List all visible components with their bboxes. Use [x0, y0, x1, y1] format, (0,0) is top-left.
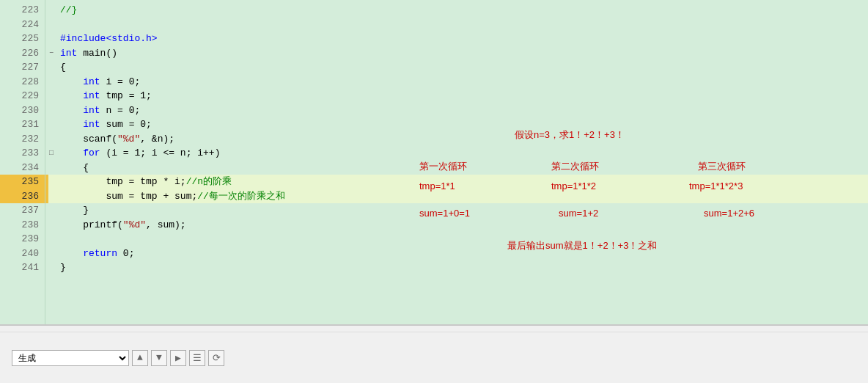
line-num-229: 229	[0, 89, 45, 103]
fold-button[interactable]: □	[49, 146, 54, 161]
code-text: //}	[57, 3, 868, 18]
line-num-227: 227	[0, 60, 45, 75]
line-num-240: 240	[0, 247, 45, 261]
code-text: tmp = tmp * i;//n的阶乘	[57, 175, 868, 189]
code-token: i = 0;	[106, 76, 140, 87]
code-line-223: //}	[45, 3, 868, 18]
line-num-241: 241	[0, 260, 45, 275]
code-token: int	[60, 76, 106, 87]
code-line-235: tmp = tmp * i;//n的阶乘	[45, 175, 868, 189]
line-num-228: 228	[0, 75, 45, 90]
code-text: int tmp = 1;	[57, 89, 868, 103]
code-token: }	[60, 262, 66, 273]
code-text: {	[57, 161, 868, 175]
code-text: scanf("%d", &n);	[57, 132, 868, 147]
line-numbers: 2232242252262272282292302312322332342352…	[0, 0, 45, 324]
code-text: }	[57, 260, 868, 275]
code-text: int sum = 0;	[57, 117, 868, 132]
toolbar-btn-3[interactable]: ▶	[170, 350, 186, 366]
code-line-230: int n = 0;	[45, 103, 868, 118]
line-num-234: 234	[0, 161, 45, 175]
line-num-233: 233	[0, 146, 45, 161]
code-token: {	[60, 62, 66, 73]
bottom-toolbar: 生成 ▲ ▼ ▶ ☰ ⟳	[0, 332, 868, 383]
line-num-225: 225	[0, 32, 45, 46]
code-line-240: return 0;	[45, 247, 868, 261]
line-marker	[45, 189, 48, 204]
line-marker	[45, 175, 48, 189]
code-token: , &n);	[140, 134, 174, 145]
line-num-230: 230	[0, 103, 45, 118]
code-text: int i = 0;	[57, 75, 868, 90]
line-num-238: 238	[0, 218, 45, 233]
code-text: }	[57, 203, 868, 218]
code-editor: 2232242252262272282292302312322332342352…	[0, 0, 868, 324]
code-token: for	[60, 147, 106, 158]
code-text: sum = tmp + sum;//每一次的阶乘之和	[57, 189, 868, 204]
code-token: //n的阶乘	[186, 176, 232, 187]
code-token: //每一次的阶乘之和	[197, 191, 285, 202]
code-token: (i = 1; i <= n; i++)	[106, 147, 220, 158]
toolbar-btn-2[interactable]: ▼	[151, 350, 167, 366]
line-num-231: 231	[0, 117, 45, 132]
code-text: for (i = 1; i <= n; i++)	[57, 146, 868, 161]
line-num-239: 239	[0, 232, 45, 247]
toolbar-btn-5[interactable]: ⟳	[208, 350, 224, 366]
toolbar-btn-4[interactable]: ☰	[189, 350, 205, 366]
code-line-232: scanf("%d", &n);	[45, 132, 868, 147]
bottom-panel: 生成 ▲ ▼ ▶ ☰ ⟳	[0, 324, 868, 383]
code-token: int	[60, 90, 106, 101]
code-token: sum = tmp + sum;	[60, 191, 197, 202]
line-num-226: 226	[0, 46, 45, 61]
code-line-229: int tmp = 1;	[45, 89, 868, 103]
line-num-223: 223	[0, 3, 45, 18]
code-token: n = 0;	[106, 105, 140, 116]
code-token: tmp = 1;	[106, 90, 151, 101]
code-text: #include<stdio.h>	[57, 32, 868, 46]
code-line-239	[45, 232, 868, 247]
code-text: int main()	[57, 46, 868, 61]
line-num-224: 224	[0, 18, 45, 32]
code-token: #include<stdio.h>	[60, 33, 158, 44]
code-line-228: int i = 0;	[45, 75, 868, 90]
code-line-231: int sum = 0;	[45, 117, 868, 132]
code-token: "%d"	[123, 219, 146, 230]
code-line-236: sum = tmp + sum;//每一次的阶乘之和	[45, 189, 868, 204]
code-token: sum = 0;	[106, 119, 151, 130]
output-source-select[interactable]: 生成	[12, 350, 129, 366]
code-token: main()	[83, 48, 117, 59]
code-line-234: {	[45, 161, 868, 175]
fold-button[interactable]: −	[49, 46, 54, 61]
code-token: scanf(	[60, 134, 117, 145]
code-token: printf(	[60, 219, 123, 230]
code-token: return	[60, 248, 123, 259]
code-token: //}	[60, 4, 77, 15]
code-token: int	[60, 48, 83, 59]
code-line-226: −int main()	[45, 46, 868, 61]
code-line-238: printf("%d", sum);	[45, 218, 868, 233]
line-num-235: 235	[0, 175, 45, 189]
fold-gutter[interactable]: −	[45, 46, 57, 61]
code-token: "%d"	[117, 134, 140, 145]
code-text: int n = 0;	[57, 103, 868, 118]
line-num-236: 236	[0, 189, 45, 204]
output-title	[0, 326, 868, 332]
code-line-241: }	[45, 260, 868, 275]
code-token: }	[60, 205, 89, 216]
code-text: {	[57, 60, 868, 75]
line-num-232: 232	[0, 132, 45, 147]
code-token: tmp = tmp * i;	[60, 176, 186, 187]
code-token: {	[60, 162, 89, 173]
toolbar-btn-1[interactable]: ▲	[132, 350, 148, 366]
line-num-237: 237	[0, 203, 45, 218]
code-line-224	[45, 18, 868, 32]
code-token: , sum);	[146, 219, 186, 230]
code-text: return 0;	[57, 247, 868, 261]
fold-gutter[interactable]: □	[45, 146, 57, 161]
code-line-237: }	[45, 203, 868, 218]
code-line-225: #include<stdio.h>	[45, 32, 868, 46]
code-line-233: □ for (i = 1; i <= n; i++)	[45, 146, 868, 161]
code-token: 0;	[123, 248, 135, 259]
code-content: //}#include<stdio.h>−int main(){ int i =…	[45, 0, 868, 324]
code-token: int	[60, 119, 106, 130]
